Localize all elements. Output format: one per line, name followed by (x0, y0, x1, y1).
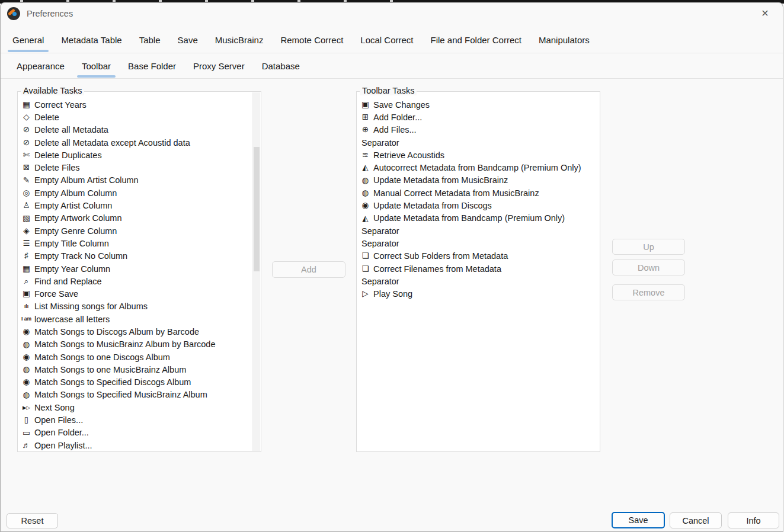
list-item[interactable]: ◍Match Songs to one MusicBrainz Album (21, 363, 252, 376)
open-files-icon: ▯ (21, 416, 32, 424)
scrollbar-thumb[interactable] (254, 147, 260, 271)
down-button[interactable]: Down (612, 259, 685, 275)
subtab-toolbar[interactable]: Toolbar (77, 53, 116, 78)
list-item[interactable]: ▶▷Next Song (21, 401, 252, 414)
play-icon: ▷ (360, 290, 371, 298)
list-item-label: List Missing songs for Albums (34, 302, 148, 311)
list-item[interactable]: ◉Update Metadata from Discogs (360, 199, 599, 211)
list-item[interactable]: ◎Empty Album Column (21, 187, 252, 199)
tab-manipulators[interactable]: Manipulators (534, 27, 594, 53)
list-item[interactable]: ◍Match Songs to MusicBrainz Album by Bar… (21, 338, 252, 351)
list-item[interactable]: ♙Empty Artist Column (21, 199, 252, 211)
reset-button[interactable]: Reset (7, 513, 58, 528)
list-item[interactable]: ◉Match Songs to Discogs Album by Barcode (21, 325, 252, 338)
list-item[interactable]: ▷Play Song (360, 287, 599, 300)
list-item[interactable]: ◉Match Songs to one Discogs Album (21, 351, 252, 363)
info-button[interactable]: Info (728, 512, 779, 528)
save-button[interactable]: Save (612, 512, 665, 528)
discogs-specified-album-icon: ◉ (21, 378, 32, 386)
available-tasks-scrollbar[interactable] (252, 92, 260, 451)
delete-duplicates-icon: ✄ (21, 151, 32, 159)
list-item[interactable]: ⊞Add Folder... (360, 111, 599, 123)
musicbrainz-specified-album-icon: ◍ (21, 391, 32, 399)
list-item[interactable]: ⊠Delete Files (21, 161, 252, 174)
cancel-button[interactable]: Cancel (670, 512, 722, 528)
list-item-label: Match Songs to one MusicBrainz Album (34, 365, 186, 374)
toolbar-tasks-list[interactable]: ▣Save Changes⊞Add Folder...⊕Add Files...… (357, 92, 599, 451)
list-item[interactable]: ◍Manual Correct Metadata from MusicBrain… (360, 187, 599, 199)
tab-metadata-table[interactable]: Metadata Table (56, 27, 126, 53)
list-item[interactable]: ılıList Missing songs for Albums (21, 300, 252, 313)
list-item[interactable]: ❏Correct Filenames from Metadata (360, 262, 599, 275)
list-item-label: Update Metadata from Discogs (373, 201, 492, 210)
list-item[interactable]: ♯Empty Track No Column (21, 250, 252, 262)
list-item[interactable]: ◭Update Metadata from Bandcamp (Premium … (360, 212, 599, 225)
list-item[interactable]: Separator (360, 275, 599, 287)
tab-save[interactable]: Save (173, 27, 203, 53)
list-item[interactable]: ▯Open Files... (21, 414, 252, 426)
force-save-icon: ▣ (21, 290, 32, 298)
list-item[interactable]: ▦Empty Year Column (21, 262, 252, 275)
window-title: Preferences (27, 3, 73, 24)
available-tasks-groupbox: Available Tasks ▦Correct Years◇Delete⊘De… (17, 91, 261, 452)
list-item-label: Match Songs to MusicBrainz Album by Barc… (34, 339, 215, 349)
tab-file-and-folder-correct[interactable]: File and Folder Correct (426, 27, 526, 53)
tab-general[interactable]: General (8, 27, 49, 53)
list-item[interactable]: ⊘Delete all Metadata (21, 124, 252, 136)
filenames-icon: ❏ (360, 265, 371, 273)
lowercase-icon: I am (21, 316, 32, 322)
list-item[interactable]: ✎Empty Album Artist Column (21, 174, 252, 187)
musicbrainz-barcode-icon: ◍ (21, 341, 32, 349)
add-button[interactable]: Add (272, 261, 345, 278)
list-item[interactable]: ◭Autocorrect Metadata from Bandcamp (Pre… (360, 161, 599, 174)
list-item[interactable]: Separator (360, 136, 599, 149)
list-item-label: Update Metadata from MusicBrainz (373, 175, 508, 185)
list-item[interactable]: ◇Delete (21, 111, 252, 123)
list-item[interactable]: ▣Force Save (21, 287, 252, 300)
musicbrainz-album-icon: ◍ (21, 366, 32, 374)
secondary-tab-bar: AppearanceToolbarBase FolderProxy Server… (12, 53, 312, 78)
list-item-label: Find and Replace (34, 277, 102, 286)
list-item[interactable]: ◍Update Metadata from MusicBrainz (360, 174, 599, 187)
subtab-database[interactable]: Database (257, 53, 305, 78)
list-item[interactable]: ▣Save Changes (360, 98, 599, 111)
list-item[interactable]: ⊘Delete all Metadata except Acoustid dat… (21, 136, 252, 149)
tab-remote-correct[interactable]: Remote Correct (276, 27, 348, 53)
tab-musicbrainz[interactable]: MusicBrainz (210, 27, 268, 53)
available-tasks-list[interactable]: ▦Correct Years◇Delete⊘Delete all Metadat… (18, 92, 252, 451)
list-item-label: Open Playlist... (34, 441, 92, 450)
delete-files-icon: ⊠ (21, 164, 32, 172)
list-item[interactable]: ☰Empty Title Column (21, 237, 252, 249)
subtab-base-folder[interactable]: Base Folder (123, 53, 181, 78)
close-icon[interactable]: ✕ (757, 6, 773, 21)
list-item[interactable]: ❏Correct Sub Folders from Metadata (360, 250, 599, 262)
primary-tab-bar: GeneralMetadata TableTableSaveMusicBrain… (8, 27, 602, 53)
list-item[interactable]: ◉Match Songs to Specified Discogs Album (21, 376, 252, 389)
list-item[interactable]: ▦Correct Years (21, 98, 252, 111)
app-logo-icon (7, 7, 20, 20)
list-item[interactable]: Separator (360, 225, 599, 237)
tab-local-correct[interactable]: Local Correct (356, 27, 418, 53)
remove-button[interactable]: Remove (612, 284, 685, 300)
list-item[interactable]: ♬Open Playlist... (21, 439, 252, 451)
delete-metadata-icon: ⊘ (21, 126, 32, 134)
list-item[interactable]: ≋Retrieve Acoustids (360, 149, 599, 161)
list-item[interactable]: ✄Delete Duplicates (21, 149, 252, 161)
list-item[interactable]: ▭Open Folder... (21, 427, 252, 439)
empty-artwork-icon: ▧ (21, 214, 32, 223)
subtab-proxy-server[interactable]: Proxy Server (188, 53, 249, 78)
list-item[interactable]: ◍Match Songs to Specified MusicBrainz Al… (21, 389, 252, 401)
list-item[interactable]: ◈Empty Genre Column (21, 225, 252, 237)
bandcamp-autocorrect-icon: ◭ (360, 164, 371, 172)
list-item[interactable]: ⌕Find and Replace (21, 275, 252, 287)
list-item[interactable]: I amlowercase all letters (21, 313, 252, 325)
tab-table[interactable]: Table (135, 27, 165, 53)
empty-year-icon: ▦ (21, 265, 32, 273)
list-item[interactable]: ⊕Add Files... (360, 124, 599, 136)
list-item[interactable]: Separator (360, 237, 599, 249)
up-button[interactable]: Up (612, 239, 685, 255)
list-item-label: lowercase all letters (34, 315, 110, 324)
list-item[interactable]: ▧Empty Artwork Column (21, 212, 252, 225)
subtab-appearance[interactable]: Appearance (12, 53, 69, 78)
empty-album-artist-icon: ✎ (21, 177, 32, 185)
